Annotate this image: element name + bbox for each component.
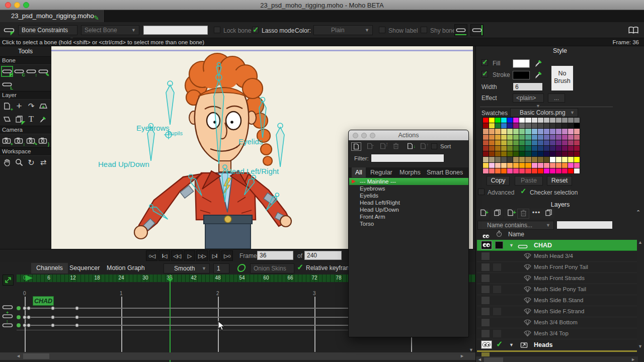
roll-camera-tool[interactable]: ↷ xyxy=(25,135,37,146)
scroll-left-icon[interactable]: ◄ xyxy=(16,353,21,358)
layers-scroll-left-icon[interactable]: ◄ xyxy=(477,357,482,362)
scroll-right-icon[interactable]: ► xyxy=(460,353,464,358)
palette-color[interactable] xyxy=(574,163,580,168)
palette-color[interactable] xyxy=(538,129,543,134)
palette-color[interactable] xyxy=(489,146,495,151)
pan-workspace-tool[interactable] xyxy=(1,157,13,168)
palette-color[interactable] xyxy=(507,140,513,145)
layer-visibility-checkbox[interactable] xyxy=(481,297,490,304)
palette-color[interactable] xyxy=(556,151,561,156)
stroke-color-swatch[interactable] xyxy=(513,71,530,79)
select-bone-dropdown[interactable]: Select Bone▼ xyxy=(81,25,139,35)
rotate-workspace-tool[interactable]: ↻ xyxy=(25,157,37,168)
palette-color[interactable] xyxy=(507,118,513,123)
layer-visibility-checkbox[interactable] xyxy=(481,252,490,260)
palette-color[interactable] xyxy=(483,163,489,168)
onion-skin-icon[interactable] xyxy=(236,264,246,272)
palette-color[interactable] xyxy=(513,151,519,156)
advanced-checkbox[interactable] xyxy=(478,189,485,195)
palette-color[interactable] xyxy=(525,151,531,156)
palette-color[interactable] xyxy=(562,135,568,140)
timeline-horizontal-scrollbar[interactable]: ◄ ► ▼ xyxy=(0,352,475,360)
palette-color[interactable] xyxy=(544,140,549,145)
actions-tab-morphs[interactable]: Morphs xyxy=(396,167,424,177)
jump-start-button[interactable]: ○◁ xyxy=(146,250,157,261)
orbit-workspace-tool[interactable]: ⇄ xyxy=(37,157,49,168)
insert-action-icon[interactable]: ↓ xyxy=(405,142,415,151)
palette-color[interactable] xyxy=(556,118,561,123)
palette-color[interactable] xyxy=(532,123,537,128)
palette-color[interactable] xyxy=(550,135,555,140)
palette-color[interactable] xyxy=(556,163,561,168)
palette-color[interactable] xyxy=(525,135,531,140)
new-group-layer-icon[interactable]: + xyxy=(504,209,516,219)
palette-color[interactable] xyxy=(538,140,543,145)
palette-color[interactable] xyxy=(556,129,561,134)
palette-color[interactable] xyxy=(556,157,561,162)
palette-color[interactable] xyxy=(495,168,501,173)
playhead-line[interactable] xyxy=(170,275,171,362)
layer-animated-checkbox[interactable] xyxy=(493,330,501,337)
palette-color[interactable] xyxy=(513,129,519,134)
palette-color[interactable] xyxy=(532,163,537,168)
palette-color[interactable] xyxy=(562,146,568,151)
duplicate-action-icon[interactable]: ⤴ xyxy=(378,142,388,151)
palette-color[interactable] xyxy=(544,135,549,140)
palette-color[interactable] xyxy=(489,118,495,123)
palette-color[interactable] xyxy=(501,140,507,145)
channel-enabled-dot[interactable] xyxy=(17,306,21,310)
document-tab[interactable]: 23_psd_moho_rigging.moho ✎ xyxy=(0,10,105,22)
palette-color[interactable] xyxy=(483,146,489,151)
paste-style-button[interactable]: Paste xyxy=(515,176,543,186)
layer-row[interactable]: Mesh Head 3/4 xyxy=(477,251,637,262)
actions-minimize-icon[interactable] xyxy=(361,133,367,138)
palette-color[interactable] xyxy=(550,129,555,134)
rotate-layer-tool[interactable]: ↷ xyxy=(25,101,37,112)
palette-color[interactable] xyxy=(544,129,549,134)
palette-color[interactable] xyxy=(489,129,495,134)
palette-color[interactable] xyxy=(550,157,555,162)
layer-filter-dropdown[interactable]: Name contains...▼ xyxy=(477,221,554,230)
action-row[interactable]: Front Arm xyxy=(349,213,468,220)
palette-color[interactable] xyxy=(519,151,525,156)
extract-action-icon[interactable]: ↑ xyxy=(418,142,428,151)
keyframe-dot[interactable] xyxy=(23,315,27,319)
delete-action-icon[interactable] xyxy=(391,142,401,151)
palette-color[interactable] xyxy=(550,123,555,128)
palette-color[interactable] xyxy=(525,146,531,151)
palette-color[interactable] xyxy=(489,140,495,145)
stroke-eyedropper-icon[interactable] xyxy=(534,70,543,81)
new-layer-icon[interactable]: + xyxy=(477,209,489,219)
palette-color[interactable] xyxy=(519,135,525,140)
palette-color[interactable] xyxy=(495,123,501,128)
action-row[interactable]: Eyelids xyxy=(349,192,468,199)
palette-color[interactable] xyxy=(532,135,537,140)
keyframe-dot[interactable] xyxy=(23,306,27,310)
palette-color[interactable] xyxy=(483,157,489,162)
zoom-camera-tool[interactable]: ↕ xyxy=(13,135,25,146)
eyedropper-tool[interactable] xyxy=(37,114,49,125)
layer-visibility-checkbox[interactable] xyxy=(481,286,490,293)
tab-channels[interactable]: Channels xyxy=(31,263,68,274)
palette-color[interactable] xyxy=(483,140,489,145)
zoom-workspace-tool[interactable] xyxy=(13,157,25,168)
palette-color[interactable] xyxy=(507,157,513,162)
jump-end-button[interactable]: ▷○ xyxy=(221,250,233,261)
layer-row[interactable]: Mesh 3/4 Bottom xyxy=(477,317,637,328)
swatches-dropdown[interactable]: Basic Colors.png▼ xyxy=(510,108,578,117)
layer-animated-checkbox[interactable] xyxy=(493,308,501,315)
keyframe-dot[interactable] xyxy=(75,306,79,310)
timeline-vscroll-down-icon[interactable]: ▼ xyxy=(469,347,473,352)
keyframe-dot[interactable] xyxy=(23,323,27,327)
palette-color[interactable] xyxy=(501,151,507,156)
palette-color[interactable] xyxy=(513,146,519,151)
palette-color[interactable] xyxy=(574,157,580,162)
bone-translate-tool[interactable]: ↕ xyxy=(25,66,37,77)
palette-color[interactable] xyxy=(501,118,507,123)
shear-layer-tool[interactable] xyxy=(37,101,49,112)
palette-color[interactable] xyxy=(519,129,525,134)
palette-color[interactable] xyxy=(574,129,580,134)
keyframe-dot[interactable] xyxy=(75,323,79,327)
layer-row[interactable]: Mesh Front Pony Tail xyxy=(477,262,637,273)
actions-zoom-icon[interactable] xyxy=(370,133,375,138)
